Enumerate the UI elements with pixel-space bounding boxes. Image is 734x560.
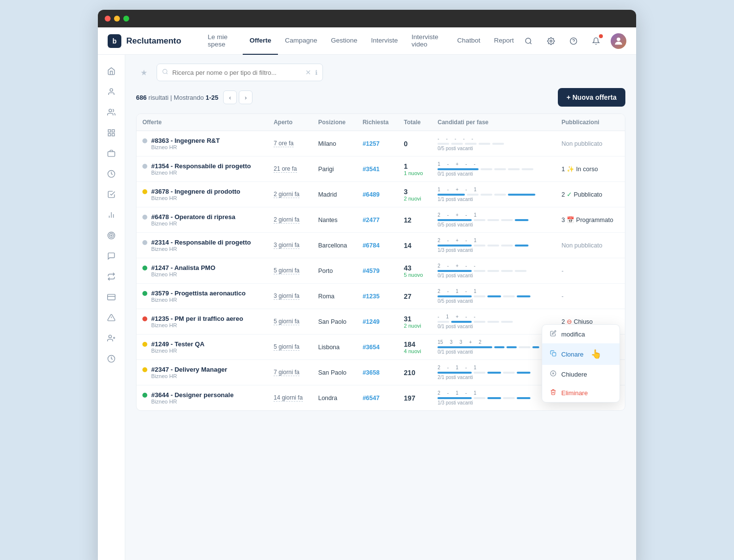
cell-richiesta[interactable]: #1235 [357,284,398,309]
svg-rect-28 [552,353,556,356]
cell-posizione: Lisbona [312,335,357,360]
ctx-eliminare[interactable]: Eliminare [542,383,619,402]
sidebar-item-chat[interactable] [102,246,121,265]
sidebar [98,55,125,560]
cell-richiesta[interactable]: #3654 [357,335,398,360]
nav-link-spese[interactable]: Le mie spese [201,27,243,55]
svg-rect-11 [108,151,115,156]
cell-totale: 435 nuovo [398,258,432,284]
sidebar-item-home[interactable] [102,62,121,80]
maximize-dot[interactable] [123,16,129,22]
search-input[interactable] [172,69,301,76]
ctx-modifica[interactable]: modifica [542,325,619,343]
cell-richiesta[interactable]: #1249 [357,309,398,335]
cell-richiesta[interactable]: #2477 [357,207,398,233]
nav-link-interviste[interactable]: Interviste [364,27,405,55]
sidebar-item-clock[interactable] [102,164,121,183]
cell-posizione: Parigi [312,157,357,182]
sidebar-item-time[interactable] [102,349,121,368]
cell-pubblicazioni: 1 ✨ In corso [555,157,625,182]
cell-richiesta[interactable]: #6784 [357,233,398,258]
results-text: 686 risultati | Mostrando 1-25 [136,94,218,101]
svg-rect-19 [108,294,115,299]
nav-link-chatbot[interactable]: Chatbot [450,27,487,55]
avatar[interactable] [611,33,626,49]
cell-aperto: 3 giorni fa [268,284,312,309]
sidebar-item-swap[interactable] [102,267,121,286]
sidebar-item-people[interactable] [102,103,121,121]
prev-page-button[interactable]: ‹ [223,90,237,104]
cell-totale: 12 [398,207,432,233]
th-pubblicazioni: Pubblicazioni [555,114,625,131]
ctx-chiudere[interactable]: Chiudere [542,365,619,383]
copy-icon [550,350,556,358]
cell-totale: 1844 nuovi [398,335,432,360]
cell-aperto: 2 giorni fa [268,182,312,207]
search-clear-icon[interactable]: ✕ [305,68,311,76]
sidebar-item-chart[interactable] [102,123,121,142]
cell-aperto: 2 giorni fa [268,207,312,233]
cell-candidati: 1-+-11/1 posti vacanti [432,182,555,207]
nav-actions [521,33,626,49]
nav-link-report[interactable]: Report [487,27,521,55]
cell-pubblicazioni: - [555,284,625,309]
notification-button[interactable] [588,33,604,49]
cell-totale: 11 nuovo [398,157,432,182]
sidebar-item-briefcase[interactable] [102,144,121,162]
cell-pubblicazioni: - [555,258,625,284]
star-button[interactable]: ★ [136,65,152,80]
help-button[interactable] [566,33,581,49]
ctx-clonare[interactable]: Clonare 👆 [542,343,619,365]
cell-aperto: 21 ore fa [268,157,312,182]
svg-rect-7 [108,130,111,132]
search-info-icon[interactable]: ℹ [315,69,318,76]
cell-posizione: Nantes [312,207,357,233]
new-offer-button[interactable]: + Nuova offerta [558,88,625,107]
sidebar-item-user-plus[interactable] [102,329,121,347]
cell-richiesta[interactable]: #4579 [357,258,398,284]
cell-candidati: 1-+--0/1 posti vacanti [432,157,555,182]
cell-richiesta[interactable]: #1257 [357,131,398,157]
close-dot[interactable] [105,16,111,22]
sidebar-item-check[interactable] [102,185,121,203]
cell-pubblicazioni: Non pubblicato [555,131,625,157]
svg-point-1 [550,40,552,42]
results-range: 1-25 [206,94,218,101]
status-dot [142,189,147,194]
nav-link-gestione[interactable]: Gestione [324,27,364,55]
cell-offer-name: #3678 - Ingegnere di prodotto Bizneo HR [137,182,268,207]
cell-richiesta[interactable]: #3658 [357,360,398,385]
status-dot [142,240,147,245]
sidebar-item-person[interactable] [102,82,121,101]
content-area: ★ ✕ ℹ 686 risultati | Mostrando 1-25 [125,55,636,560]
sidebar-item-alert[interactable] [102,308,121,327]
search-button[interactable] [521,33,536,49]
main-layout: ★ ✕ ℹ 686 risultati | Mostrando 1-25 [98,55,636,560]
table-row: #6478 - Operatore di ripresa Bizneo HR 2… [137,207,625,233]
nav-link-offerte[interactable]: Offerte [243,27,278,55]
cell-aperto: 5 giorni fa [268,309,312,335]
cell-candidati: 2-1-11/3 posti vacanti [432,385,555,411]
nav-link-interviste-video[interactable]: Interviste video [405,27,450,55]
cell-offer-name: #1354 - Responsabile di progetto Bizneo … [137,157,268,182]
cell-posizione: Milano [312,131,357,157]
sidebar-item-payment[interactable] [102,288,121,306]
cell-totale: 27 [398,284,432,309]
cell-richiesta[interactable]: #6547 [357,385,398,411]
settings-button[interactable] [543,33,559,49]
status-dot [142,266,147,270]
cell-totale: 0 [398,131,432,157]
cell-candidati: 2-1-10/5 posti vacanti [432,284,555,309]
cell-candidati: -----0/5 posti vacanti [432,131,555,157]
page-title: Reclutamento [126,36,181,46]
cell-richiesta[interactable]: #6489 [357,182,398,207]
next-page-button[interactable]: › [239,90,252,104]
status-dot [142,215,147,220]
sidebar-item-analytics[interactable] [102,205,121,224]
sidebar-item-target[interactable] [102,226,121,245]
notification-badge [599,34,603,38]
minimize-dot[interactable] [114,16,120,22]
nav-link-campagne[interactable]: Campagne [278,27,324,55]
cell-richiesta[interactable]: #3541 [357,157,398,182]
cell-totale: 197 [398,385,432,411]
